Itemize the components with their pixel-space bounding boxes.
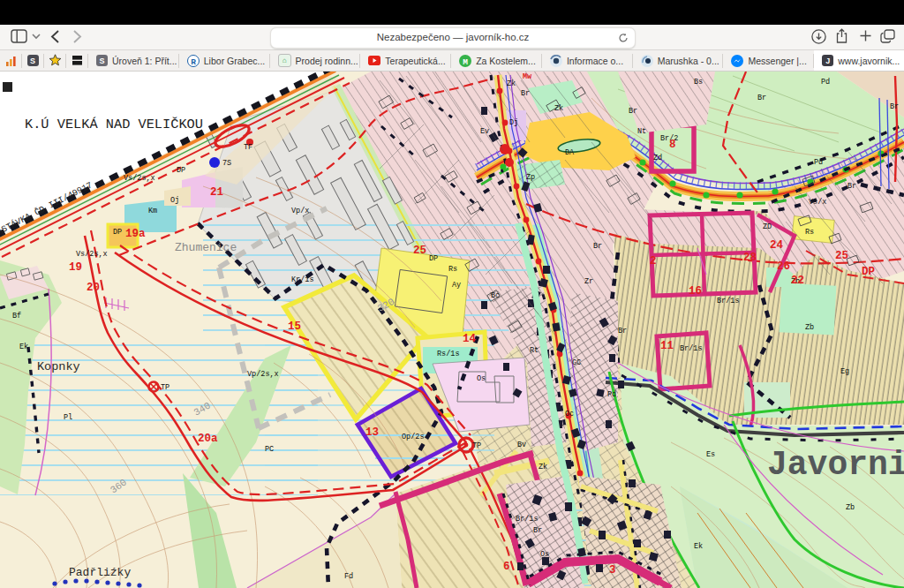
svg-text:R: R xyxy=(191,57,196,66)
svg-text:Br: Br xyxy=(521,89,530,98)
svg-text:Br: Br xyxy=(618,327,627,335)
svg-text:Oj: Oj xyxy=(170,196,179,205)
svg-text:Pl: Pl xyxy=(64,413,72,422)
svg-text:Vs/2s,x: Vs/2s,x xyxy=(76,250,108,259)
svg-text:Br: Br xyxy=(533,526,542,535)
svg-text:Kr/1s: Kr/1s xyxy=(291,275,314,284)
svg-text:Zhumenice: Zhumenice xyxy=(175,241,237,254)
svg-text:DP: DP xyxy=(113,228,122,237)
svg-text:PC: PC xyxy=(265,445,274,454)
svg-text:19: 19 xyxy=(69,261,82,274)
svg-text:Op/2s: Op/2s xyxy=(402,433,425,441)
svg-text:Rs: Rs xyxy=(805,228,814,237)
svg-text:ZD: ZD xyxy=(763,222,772,231)
svg-text:Eg: Eg xyxy=(840,367,849,376)
svg-text:3: 3 xyxy=(609,564,616,577)
svg-text:19a: 19a xyxy=(125,228,146,240)
svg-text:DP: DP xyxy=(429,254,438,263)
svg-text:Ay: Ay xyxy=(452,281,461,290)
svg-text:Es: Es xyxy=(706,450,715,459)
svg-text:Pd: Pd xyxy=(607,390,616,399)
svg-text:Zd: Zd xyxy=(653,154,662,162)
svg-text:Ev: Ev xyxy=(480,127,489,136)
svg-text:Zb: Zb xyxy=(846,503,855,512)
svg-text:Ek: Ek xyxy=(19,343,28,351)
svg-text:Br/1s: Br/1s xyxy=(717,297,740,305)
svg-text:Zb: Zb xyxy=(805,323,814,332)
svg-text:20: 20 xyxy=(87,282,100,294)
svg-text:Rt: Rt xyxy=(530,346,539,355)
svg-text:Br/1s: Br/1s xyxy=(516,515,539,524)
svg-text:Br: Br xyxy=(848,182,856,191)
svg-text:DP: DP xyxy=(862,266,875,278)
svg-text:Kopnky: Kopnky xyxy=(37,360,80,373)
svg-text:Br: Br xyxy=(890,102,899,111)
svg-text:28: 28 xyxy=(743,252,757,264)
svg-text:7S: 7S xyxy=(222,159,231,168)
svg-text:11: 11 xyxy=(660,340,674,352)
svg-text:Os: Os xyxy=(540,550,549,559)
svg-text:M: M xyxy=(463,57,468,66)
svg-text:Bv: Bv xyxy=(517,441,526,449)
svg-text:Rs/1s: Rs/1s xyxy=(437,350,460,358)
svg-text:TF: TF xyxy=(244,143,252,152)
svg-text:Mw: Mw xyxy=(523,72,532,81)
svg-text:Zk: Zk xyxy=(539,463,547,471)
svg-text:25: 25 xyxy=(413,245,426,257)
svg-text:16: 16 xyxy=(689,285,702,298)
svg-text:TP: TP xyxy=(472,441,481,450)
svg-text:21: 21 xyxy=(210,186,223,199)
svg-text:Dj: Dj xyxy=(509,118,518,127)
svg-text:Br/1s: Br/1s xyxy=(680,344,703,353)
svg-text:Br: Br xyxy=(629,107,637,116)
svg-text:14: 14 xyxy=(463,333,477,345)
svg-text:Vp/2s,x: Vp/2s,x xyxy=(247,370,279,379)
svg-text:K.Ú VELKÁ NAD VELIČKOU: K.Ú VELKÁ NAD VELIČKOU xyxy=(25,117,203,132)
svg-text:DP: DP xyxy=(177,166,185,175)
svg-text:13: 13 xyxy=(365,426,379,439)
svg-text:Bf: Bf xyxy=(12,312,21,320)
svg-text:Br: Br xyxy=(593,242,602,251)
svg-text:Vs/x: Vs/x xyxy=(809,198,826,207)
svg-text:Bs: Bs xyxy=(694,78,703,87)
svg-text:2: 2 xyxy=(650,255,657,268)
svg-text:Pd: Pd xyxy=(821,78,830,87)
svg-text:Km: Km xyxy=(148,207,157,215)
svg-text:Zp: Zp xyxy=(526,173,535,182)
svg-text:20a: 20a xyxy=(198,433,218,445)
svg-text:Zk: Zk xyxy=(554,104,563,113)
svg-text:15: 15 xyxy=(288,320,301,333)
svg-text:Ek: Ek xyxy=(694,542,703,551)
svg-text:Vs/2s,x: Vs/2s,x xyxy=(124,174,155,183)
svg-text:Padřliźky: Padřliźky xyxy=(69,566,131,579)
svg-text:22: 22 xyxy=(791,275,804,287)
svg-text:26: 26 xyxy=(777,260,790,273)
svg-text:Vp/x: Vp/x xyxy=(291,207,309,215)
svg-text:Rs: Rs xyxy=(448,265,457,274)
svg-text:Br: Br xyxy=(757,94,766,102)
svg-text:Javorni: Javorni xyxy=(767,446,904,484)
svg-text:Zk: Zk xyxy=(507,79,516,88)
svg-text:8: 8 xyxy=(669,139,676,151)
svg-text:Os: Os xyxy=(477,374,486,383)
svg-text:6: 6 xyxy=(503,561,510,573)
svg-text:Bc: Bc xyxy=(491,291,500,300)
svg-text:GC: GC xyxy=(572,358,581,367)
svg-text:Pd: Pd xyxy=(814,158,823,167)
svg-text:Zr: Zr xyxy=(584,277,593,286)
svg-text:Oc: Oc xyxy=(565,410,574,418)
svg-text:DA: DA xyxy=(565,148,575,157)
svg-text:24: 24 xyxy=(770,239,784,252)
svg-text:Fd: Fd xyxy=(344,572,353,581)
svg-text:TP: TP xyxy=(161,383,170,392)
svg-text:Nt: Nt xyxy=(637,127,646,136)
svg-text:25: 25 xyxy=(835,250,848,262)
